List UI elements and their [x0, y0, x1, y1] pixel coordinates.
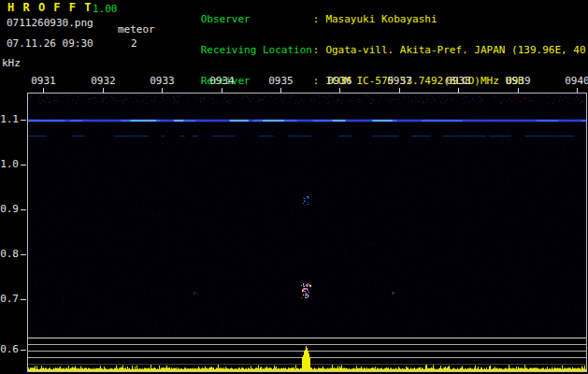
- info-value: ICOM IC-575 53.7492(8LCD)MHz USB: [325, 75, 523, 87]
- info-label: Receiving Location: [201, 45, 313, 55]
- level-canvas: [28, 338, 586, 371]
- y-tick-label: 0.6: [0, 344, 19, 354]
- y-tick-label: 0.8: [0, 249, 19, 259]
- x-tick-label: 0938: [446, 76, 471, 86]
- y-tick-label: 0.7: [0, 294, 19, 304]
- x-tick-label: 0936: [327, 76, 352, 86]
- level-strip-top-border: [28, 338, 586, 338]
- echo-count: 2: [131, 38, 137, 49]
- mode-label: meteor: [118, 24, 155, 35]
- y-tick-mark: [21, 299, 26, 300]
- y-tick-label: 1.0: [0, 159, 19, 169]
- output-filename: 0711260930.png: [7, 18, 93, 28]
- x-tick-label: 0937: [387, 76, 412, 86]
- y-tick-mark: [21, 165, 26, 165]
- y-tick-label: 1.1: [0, 114, 19, 124]
- info-value: Masayuki Kobayashi: [325, 13, 437, 25]
- info-row-location: Receiving Location:Ogata-vill. Akita-Pre…: [164, 35, 588, 65]
- x-tick-label: 0940: [565, 76, 588, 86]
- spectrogram-canvas: [28, 94, 586, 338]
- hrofft-screen: H R O F F T 1.00 0711260930.png meteor 0…: [0, 0, 588, 374]
- x-tick-label: 0931: [31, 76, 56, 86]
- datetime-label: 07.11.26 09:30: [7, 38, 93, 49]
- y-tick-mark: [21, 350, 26, 351]
- x-tick-label: 0935: [268, 76, 294, 86]
- app-version: 1.00: [93, 4, 118, 14]
- y-axis-unit: kHz: [2, 58, 21, 68]
- y-tick-mark: [21, 209, 26, 210]
- info-colon: :: [313, 44, 320, 56]
- info-row-observer: Observer:Masayuki Kobayashi: [164, 4, 588, 35]
- info-value: Ogata-vill. Akita-Pref. JAPAN (139.96E, …: [325, 44, 588, 56]
- info-colon: :: [313, 13, 320, 25]
- info-label: Observer: [201, 14, 313, 24]
- y-tick-label: 0.9: [0, 204, 19, 214]
- y-tick-mark: [21, 120, 26, 121]
- app-title: H R O F F T: [7, 3, 92, 13]
- x-tick-label: 0939: [506, 76, 531, 86]
- x-tick-label: 0933: [150, 76, 175, 86]
- x-tick-label: 0934: [209, 76, 235, 86]
- x-tick-label: 0932: [91, 76, 116, 86]
- y-tick-mark: [21, 254, 26, 255]
- info-colon: :: [313, 75, 320, 87]
